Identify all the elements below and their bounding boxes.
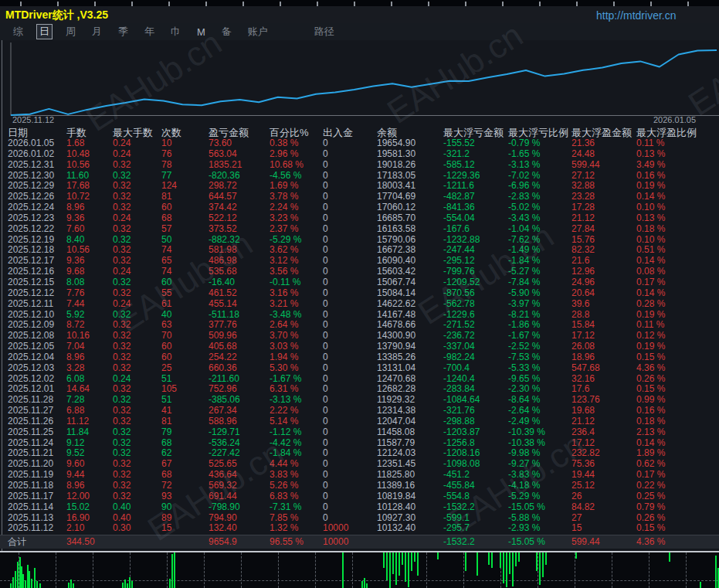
table-cell: -9.98 % (508, 448, 540, 459)
table-row[interactable]: 2025.12.158.080.3260-16.40-0.11 %015067.… (0, 277, 719, 288)
table-row[interactable]: 2025.11.1712.000.3293691.446.83 %010819.… (0, 491, 719, 502)
grid-line-vertical (56, 552, 56, 588)
table-row[interactable]: 2025.12.2610.720.3281644.573.78 %017704.… (0, 192, 719, 202)
table-row[interactable]: 2025.12.179.360.3265486.983.12 %016090.4… (0, 256, 719, 267)
table-row[interactable]: 2025.11.1415.020.4090-798.90-7.31 %01012… (0, 502, 719, 513)
table-cell: 2025.12.30 (8, 171, 54, 182)
volume-bar (491, 552, 493, 568)
table-row[interactable]: 2025.12.105.920.3240-511.18-3.48 %014167… (0, 310, 719, 321)
table-cell: 2025.12.31 (8, 160, 54, 171)
table-cell: 1.32 % (270, 523, 298, 534)
volume-bar (68, 583, 70, 588)
menu-item[interactable]: 综 (10, 24, 26, 39)
table-row[interactable]: 2025.12.198.400.3250-882.32-5.29 %015790… (0, 235, 719, 246)
menu-item[interactable]: 账户 (245, 24, 271, 39)
volume-bar (129, 577, 131, 588)
table-row[interactable]: 2025.12.033.280.3225660.365.30 %013131.0… (0, 363, 719, 374)
table-row[interactable]: 2025.12.248.960.3260374.422.24 %017060.1… (0, 202, 719, 213)
table-cell: 2026.01.02 (8, 149, 54, 160)
table-cell: 0.32 (113, 406, 131, 416)
table-cell: 25.12 (571, 481, 595, 491)
table-row[interactable]: 2025.11.287.280.3251-385.06-3.13 %011929… (0, 395, 719, 406)
table-cell: 12351.45 (377, 459, 415, 470)
table-row[interactable]: 2025.12.117.440.2461455.143.21 %014622.6… (0, 299, 719, 310)
table-row[interactable]: 2025.12.2917.680.32124298.721.69 %018003… (0, 181, 719, 192)
table-cell: 298.72 (209, 181, 237, 192)
table-row[interactable]: 2025.12.127.760.3255461.523.16 %015084.1… (0, 288, 719, 299)
table-cell: 0.32 (113, 459, 131, 470)
table-row[interactable]: 2025.11.122.100.3015132.401.32 %10000101… (0, 523, 719, 534)
menu-item[interactable]: M (194, 25, 209, 39)
table-cell: 21.36 (571, 138, 595, 149)
vendor-url-link[interactable]: http://mtdriver.cn (596, 9, 719, 22)
table-row[interactable]: 2025.11.2511.840.3279-129.71-1.12 %01145… (0, 427, 719, 438)
table-cell: 15084.14 (377, 288, 415, 299)
table-row[interactable]: 2025.11.276.880.3241267.342.22 %012314.3… (0, 406, 719, 416)
table-cell: -3.13 % (270, 395, 301, 406)
table-cell: 0.32 (113, 352, 131, 363)
volume-bar (542, 552, 544, 577)
table-cell: -10.38 % (508, 438, 545, 449)
table-row[interactable]: 2026.01.0210.480.2476563.042.96 %019581.… (0, 149, 719, 160)
table-row[interactable]: 2025.11.209.600.3267525.654.44 %012351.4… (0, 459, 719, 470)
table-cell: 0.32 (113, 470, 131, 481)
table-row[interactable]: 2025.11.1316.900.4089794.907.85 %010927.… (0, 513, 719, 524)
menu-item[interactable]: 巾 (168, 24, 184, 39)
menu-item[interactable]: 年 (141, 24, 158, 39)
table-row[interactable]: 2025.12.048.960.3260254.221.94 %013385.2… (0, 352, 719, 363)
volume-bar (122, 583, 124, 588)
menu-item[interactable]: 季 (115, 24, 131, 39)
menu-item[interactable]: 日 (36, 24, 53, 39)
table-cell: 15790.06 (377, 235, 415, 246)
table-cell: -1.86 % (508, 320, 540, 331)
table-cell: 0.26 % (636, 513, 665, 524)
table-cell: 2.37 % (270, 224, 298, 235)
table-row[interactable]: 2025.12.1810.560.3274581.983.62 %016672.… (0, 245, 719, 256)
table-cell: -7.84 % (508, 277, 540, 288)
table-cell: 0.30 (113, 523, 131, 534)
menu-item[interactable]: 路径 (311, 24, 337, 39)
table-cell: 0 (323, 171, 328, 182)
table-cell: 15 (571, 523, 582, 534)
table-cell: -1209.52 (443, 277, 480, 288)
table-row[interactable]: 2025.11.199.440.3268436.643.83 %011825.8… (0, 470, 719, 481)
menu-item[interactable]: 月 (89, 24, 105, 39)
table-row[interactable]: 2026.01.051.680.241073.600.38 %019654.90… (0, 138, 719, 149)
menu-item[interactable]: 周 (63, 24, 79, 39)
table-row[interactable]: 2025.12.239.360.2468522.123.23 %016685.7… (0, 213, 719, 224)
table-row[interactable]: 2025.12.227.600.3257373.522.37 %016163.5… (0, 224, 719, 235)
volume-bar (411, 552, 412, 571)
table-cell: 3.70 % (270, 331, 298, 342)
table-cell: 0.12 % (636, 331, 665, 342)
table-cell: -5.88 % (508, 513, 540, 524)
menu-item[interactable]: 备 (219, 24, 235, 39)
table-cell: 10 (161, 138, 171, 149)
table-cell: 8.08 (66, 277, 84, 288)
table-row[interactable]: 2025.12.0114.640.32105752.966.31 %012682… (0, 384, 719, 395)
table-row[interactable]: 2025.11.188.960.3272569.325.26 %011389.1… (0, 481, 719, 491)
table-row[interactable]: 2025.12.0810.160.3270509.963.70 %014300.… (0, 331, 719, 342)
table-cell: 63 (161, 320, 171, 331)
table-row[interactable]: 2025.12.057.040.3260405.683.03 %013790.9… (0, 342, 719, 352)
table-row[interactable]: 2025.11.249.120.3268-536.24-4.42 %011587… (0, 438, 719, 449)
table-cell: 0.24 (113, 374, 131, 385)
table-row[interactable]: 2025.11.2611.120.3281588.965.14 %012047.… (0, 416, 719, 427)
table-row[interactable]: 2025.12.3011.600.3277-820.36-4.56 %01718… (0, 171, 719, 182)
table-row[interactable]: 2025.11.219.520.3262-227.42-1.84 %012124… (0, 448, 719, 459)
table-cell: 377.76 (209, 320, 237, 331)
table-row[interactable]: 2025.12.098.720.3263377.762.64 %014678.6… (0, 320, 719, 331)
table-cell: 17.12 (571, 438, 595, 449)
equity-line (11, 50, 717, 115)
table-cell: 0.32 (113, 363, 131, 374)
table-cell: 11.84 (66, 427, 89, 438)
table-row[interactable]: 2025.12.169.680.2474535.683.56 %015603.4… (0, 267, 719, 277)
table-cell: 0.32 (113, 448, 131, 459)
table-row[interactable]: 2025.12.3110.560.32781835.2110.68 %01901… (0, 160, 719, 171)
table-cell: -554.04 (443, 213, 475, 224)
table-cell: 0.11 % (636, 138, 664, 149)
table-cell: 509.96 (209, 331, 237, 342)
volume-bar (437, 552, 439, 559)
table-cell: -1229.36 (443, 171, 480, 182)
table-cell: 0.32 (113, 171, 131, 182)
table-row[interactable]: 2025.12.026.080.2451-211.60-1.67 %012470… (0, 374, 719, 385)
